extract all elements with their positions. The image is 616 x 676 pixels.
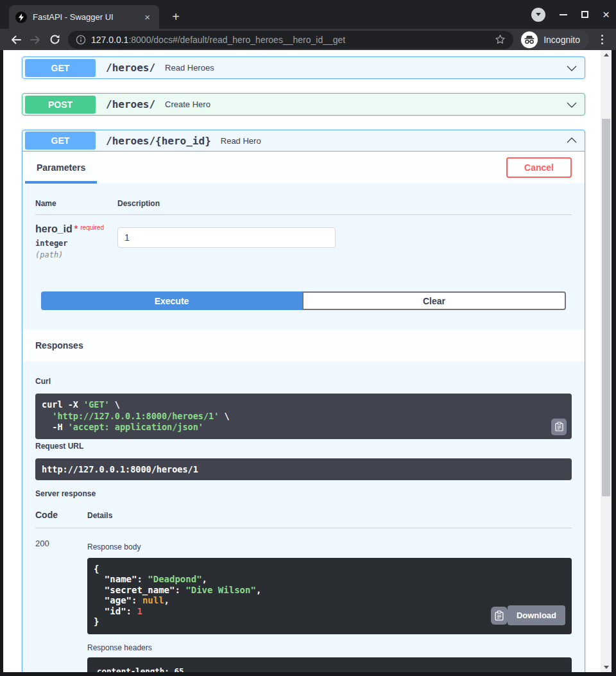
triangle-up-icon bbox=[604, 53, 609, 56]
json-line: "age": null, bbox=[94, 595, 565, 606]
incognito-badge: Incognito bbox=[520, 30, 589, 49]
info-icon[interactable] bbox=[76, 35, 86, 45]
operation-path: /heroes/{hero_id} bbox=[106, 135, 211, 147]
parameter-type: integer bbox=[35, 239, 117, 248]
scroll-up-button[interactable] bbox=[601, 50, 612, 60]
clear-button[interactable]: Clear bbox=[302, 291, 566, 310]
responses-section-header: Responses bbox=[22, 329, 585, 361]
operation-path: /heroes/ bbox=[106, 98, 155, 110]
execute-button[interactable]: Execute bbox=[41, 291, 302, 310]
reload-button[interactable] bbox=[45, 31, 64, 49]
hero-id-input[interactable] bbox=[117, 227, 336, 248]
method-badge-get: GET bbox=[25, 59, 96, 77]
responses-body: Curl curl -X 'GET' \ 'http://127.0.0.1:8… bbox=[22, 361, 585, 672]
tab-close-icon[interactable]: × bbox=[142, 11, 153, 23]
required-asterisk: * bbox=[74, 223, 78, 234]
curl-line-1: curl -X 'GET' \ bbox=[42, 399, 546, 411]
tab-title: FastAPI - Swagger UI bbox=[33, 12, 142, 22]
parameter-name: hero_id bbox=[35, 223, 73, 235]
parameter-location: (path) bbox=[35, 250, 117, 259]
close-button[interactable]: × bbox=[603, 8, 610, 21]
status-code: 200 bbox=[35, 539, 87, 672]
opblock-create-hero-header[interactable]: POST /heroes/ Create Hero bbox=[22, 94, 585, 115]
opblock-read-hero-header[interactable]: GET /heroes/{hero_id} Read Hero bbox=[22, 130, 585, 152]
request-url-label: Request URL bbox=[35, 442, 572, 451]
back-button[interactable] bbox=[6, 31, 26, 49]
window-menu-button[interactable] bbox=[531, 8, 545, 22]
response-row: 200 Response body { "name": "Deadpond", … bbox=[35, 528, 572, 672]
parameter-description-cell bbox=[117, 223, 336, 259]
chevron-down-icon bbox=[565, 62, 578, 74]
url-host: 127.0.0.1 bbox=[91, 35, 128, 45]
incognito-icon bbox=[521, 31, 538, 48]
triangle-down-icon bbox=[604, 666, 609, 669]
bookmark-star-button[interactable] bbox=[495, 34, 506, 45]
response-body-label: Response body bbox=[87, 542, 572, 551]
opblock-read-heroes-header[interactable]: GET /heroes/ Read Heroes bbox=[22, 57, 585, 78]
browser-toolbar: 127.0.0.1:8000/docs#/default/read_hero_h… bbox=[0, 29, 616, 50]
download-button[interactable]: Download bbox=[508, 605, 565, 625]
forward-button[interactable] bbox=[26, 31, 45, 49]
cancel-button[interactable]: Cancel bbox=[506, 157, 572, 178]
method-badge-get: GET bbox=[25, 132, 96, 150]
method-badge-post: POST bbox=[25, 96, 96, 114]
name-column-header: Name bbox=[35, 199, 117, 208]
clipboard-copy-icon bbox=[555, 422, 563, 431]
parameters-table: Name Description hero_id * required inte… bbox=[22, 184, 585, 259]
parameter-name-cell: hero_id * required integer (path) bbox=[35, 223, 117, 259]
url-path: :8000/docs#/default/read_hero_heroes__he… bbox=[128, 35, 345, 45]
curl-line-3: -H 'accept: application/json' bbox=[42, 422, 546, 433]
details-column-header: Details bbox=[87, 511, 112, 520]
reload-icon bbox=[49, 34, 60, 45]
parameters-section-header: Parameters Cancel bbox=[22, 152, 585, 184]
parameter-row: hero_id * required integer (path) bbox=[35, 215, 572, 259]
window-controls: × bbox=[531, 0, 610, 29]
description-column-header: Description bbox=[117, 199, 160, 208]
maximize-button[interactable] bbox=[581, 11, 588, 18]
tab-parameters[interactable]: Parameters bbox=[35, 152, 87, 184]
browser-menu-button[interactable] bbox=[594, 31, 610, 49]
response-details-cell: Response body { "name": "Deadpond", "sec… bbox=[87, 539, 572, 672]
fastapi-logo-icon bbox=[15, 12, 27, 23]
new-tab-button[interactable]: + bbox=[167, 8, 185, 26]
scrollbar-thumb[interactable] bbox=[602, 119, 610, 496]
opblock-read-hero: GET /heroes/{hero_id} Read Hero Paramete… bbox=[22, 130, 585, 672]
operation-summary: Read Heroes bbox=[165, 63, 214, 73]
address-bar[interactable]: 127.0.0.1:8000/docs#/default/read_hero_h… bbox=[68, 31, 513, 49]
chevron-down-icon bbox=[565, 98, 578, 111]
star-icon bbox=[495, 34, 506, 45]
swagger-page: GET /heroes/ Read Heroes POST /heroes/ C… bbox=[3, 50, 601, 672]
collapse-chevron-button[interactable] bbox=[565, 134, 578, 147]
curl-copy-button[interactable] bbox=[551, 419, 567, 435]
json-line: "secret_name": "Dive Wilson", bbox=[94, 585, 565, 596]
server-response-label: Server response bbox=[35, 489, 572, 498]
chevron-up-icon bbox=[565, 134, 578, 147]
expand-chevron-button[interactable] bbox=[565, 62, 578, 74]
code-column-header: Code bbox=[35, 510, 87, 520]
operation-path: /heroes/ bbox=[106, 62, 155, 74]
curl-label: Curl bbox=[35, 377, 572, 386]
response-body-code: { "name": "Deadpond", "secret_name": "Di… bbox=[87, 558, 572, 634]
url-text[interactable]: 127.0.0.1:8000/docs#/default/read_hero_h… bbox=[91, 35, 491, 45]
browser-tab[interactable]: FastAPI - Swagger UI × bbox=[9, 5, 159, 29]
page-scrollbar[interactable] bbox=[601, 50, 612, 672]
json-open-brace: { bbox=[94, 564, 565, 575]
browser-viewport: GET /heroes/ Read Heroes POST /heroes/ C… bbox=[3, 50, 612, 672]
opblock-body: Parameters Cancel Name Description hero_… bbox=[22, 152, 585, 672]
response-headers-label: Response headers bbox=[87, 643, 572, 652]
json-line: "name": "Deadpond", bbox=[94, 574, 565, 585]
curl-line-2: 'http://127.0.0.1:8000/heroes/1' \ bbox=[42, 411, 546, 422]
required-label: required bbox=[80, 224, 104, 231]
clipboard-copy-icon bbox=[495, 611, 504, 621]
minimize-button[interactable] bbox=[560, 14, 567, 15]
operation-summary: Create Hero bbox=[165, 100, 210, 109]
chevron-down-icon bbox=[536, 13, 541, 16]
scroll-down-button[interactable] bbox=[601, 663, 612, 672]
opblock-read-heroes: GET /heroes/ Read Heroes bbox=[22, 56, 585, 79]
execute-wrapper: Execute Clear bbox=[22, 259, 585, 329]
window-titlebar: FastAPI - Swagger UI × + × bbox=[0, 0, 616, 29]
curl-command: curl -X 'GET' \ 'http://127.0.0.1:8000/h… bbox=[35, 394, 572, 439]
responses-title: Responses bbox=[35, 340, 83, 351]
response-copy-button[interactable] bbox=[491, 607, 508, 625]
expand-chevron-button[interactable] bbox=[565, 98, 578, 111]
